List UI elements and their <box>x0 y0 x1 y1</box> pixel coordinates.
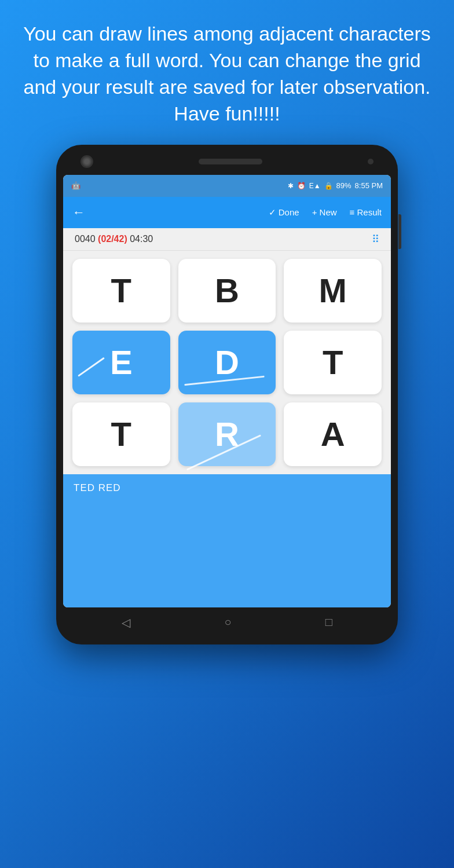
new-button[interactable]: + New <box>312 207 337 217</box>
words-area: TED RED <box>63 474 391 607</box>
nav-recent-button[interactable]: □ <box>325 616 332 629</box>
speaker <box>199 159 262 164</box>
cell-T-2-0[interactable]: T <box>72 402 170 466</box>
phone-frame: 🤖 ✱ ⏰ E▲ 🔒 89% 8:55 PM ← ✓ Done + New ≡ … <box>56 145 398 644</box>
battery-percent: 89% <box>336 181 352 190</box>
time-display: 8:55 PM <box>355 181 383 190</box>
status-bar: 🤖 ✱ ⏰ E▲ 🔒 89% 8:55 PM <box>63 175 391 197</box>
phone-bottom-nav: ◁ ○ □ <box>63 607 391 634</box>
timer-code: 0040 <box>75 234 96 244</box>
cell-A-2-2[interactable]: A <box>284 402 382 466</box>
cell-letter: T <box>111 415 131 453</box>
app-bar: ← ✓ Done + New ≡ Result <box>63 197 391 228</box>
cell-R-2-1[interactable]: R <box>178 402 276 466</box>
cell-letter: B <box>215 271 239 310</box>
phone-top <box>63 155 391 175</box>
cell-M-0-2[interactable]: M <box>284 259 382 323</box>
cell-E-1-0[interactable]: E <box>72 331 170 394</box>
cell-B-0-1[interactable]: B <box>178 259 276 323</box>
line-E <box>78 357 105 376</box>
app-bar-actions: ✓ Done + New ≡ Result <box>269 207 382 218</box>
timer-time: 04:30 <box>130 234 153 244</box>
instruction-text: You can draw lines among adjacent charac… <box>0 0 454 145</box>
letter-grid: T B M E D T T <box>63 251 391 474</box>
cell-letter: T <box>111 271 131 310</box>
cell-letter: A <box>321 415 345 453</box>
cell-letter: D <box>215 343 239 382</box>
cell-T-0-0[interactable]: T <box>72 259 170 323</box>
nav-back-button[interactable]: ◁ <box>122 616 130 629</box>
nav-home-button[interactable]: ○ <box>224 616 231 629</box>
bluetooth-icon: ✱ <box>288 182 294 190</box>
lock-icon: 🔒 <box>324 182 333 190</box>
screen: 🤖 ✱ ⏰ E▲ 🔒 89% 8:55 PM ← ✓ Done + New ≡ … <box>63 175 391 607</box>
cell-T-1-2[interactable]: T <box>284 331 382 394</box>
done-button[interactable]: ✓ Done <box>269 207 299 218</box>
status-left: 🤖 <box>71 181 80 190</box>
grid-settings-icon[interactable]: ⠿ <box>372 233 379 246</box>
back-button[interactable]: ← <box>72 205 85 220</box>
signal-icon: E▲ <box>309 182 321 190</box>
timer-fraction: (02/42) <box>98 234 127 244</box>
status-right: ✱ ⏰ E▲ 🔒 89% 8:55 PM <box>288 181 383 190</box>
android-icon: 🤖 <box>71 181 80 190</box>
alarm-icon: ⏰ <box>297 182 306 190</box>
camera <box>80 155 93 168</box>
cell-letter: M <box>319 271 347 310</box>
timer-row: 0040 (02/42) 04:30 ⠿ <box>63 228 391 251</box>
timer-text: 0040 (02/42) 04:30 <box>75 234 153 244</box>
side-button <box>398 214 401 249</box>
cell-letter: E <box>110 343 133 382</box>
cell-letter: T <box>323 343 343 382</box>
result-button[interactable]: ≡ Result <box>350 207 382 217</box>
cell-D-1-1[interactable]: D <box>178 331 276 394</box>
found-words: TED RED <box>74 482 121 493</box>
mic-dot <box>368 159 374 164</box>
